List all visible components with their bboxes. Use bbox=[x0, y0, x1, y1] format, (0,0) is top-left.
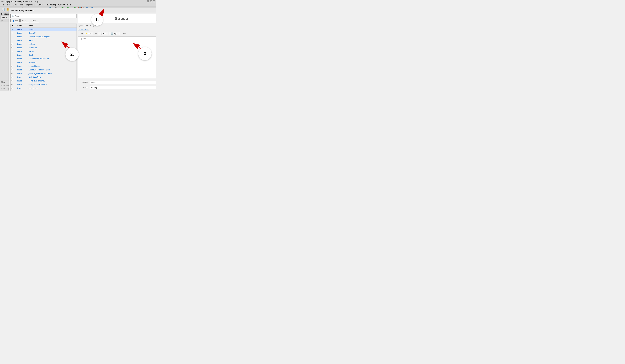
sync-button[interactable]: 🔄 Sync bbox=[109, 32, 120, 35]
me-label: Me bbox=[15, 20, 18, 22]
project-meta: by demos on 16 July 2018 bbox=[78, 24, 156, 27]
filter-button[interactable]: Filter... bbox=[30, 19, 39, 22]
table-row[interactable]: 2 demos SimpleRTT bbox=[11, 61, 76, 64]
visibility-dropdown[interactable]: Public ▼ bbox=[90, 81, 156, 84]
table-header: ★ Author Name bbox=[11, 24, 76, 28]
fork-button[interactable]: 🍴 Fork bbox=[98, 32, 108, 35]
search-input[interactable] bbox=[15, 15, 75, 17]
table-row[interactable]: 0 demos demo_eye_tracking2 bbox=[11, 79, 76, 83]
dialog-body: 🔍 👤 Me Sort... Filter... bbox=[9, 13, 156, 91]
search-dialog: Search for projects online ✕ 🔍 👤 Me bbox=[9, 8, 156, 91]
star-button[interactable]: ⭐ Star bbox=[84, 32, 94, 35]
sort-label: Sort... bbox=[22, 20, 27, 22]
row-author: demos bbox=[16, 28, 28, 31]
filter-row: 👤 Me Sort... Filter... bbox=[10, 19, 77, 22]
dialog-left-panel: 🔍 👤 Me Sort... Filter... bbox=[10, 14, 77, 91]
fork-icon: 🍴 bbox=[100, 32, 102, 34]
project-title-box: Stroop bbox=[78, 14, 156, 23]
project-desc-text: oop task. bbox=[79, 38, 87, 40]
table-row[interactable]: 0 demos NumericalStroop bbox=[11, 90, 76, 91]
table-row[interactable]: 1 demos Corsi bbox=[11, 53, 76, 57]
fork-count: 249 bbox=[94, 32, 97, 34]
fork-label: Fork bbox=[103, 32, 106, 34]
person-icon: 👤 bbox=[12, 20, 15, 22]
sort-button[interactable]: Sort... bbox=[20, 19, 29, 22]
me-button[interactable]: 👤 Me bbox=[10, 19, 20, 22]
table-row[interactable]: 0 demos jsPsych_SimpleReactionTime bbox=[11, 72, 76, 75]
table-row[interactable]: 3 demos Posner bbox=[11, 50, 76, 53]
row-name: stroop bbox=[28, 28, 76, 31]
visibility-row: Visibility: Public ▼ bbox=[78, 81, 156, 84]
dialog-title-bar: Search for projects online ✕ bbox=[9, 8, 156, 13]
table-row[interactable]: 0 demos labjs_stroop bbox=[11, 87, 76, 90]
table-row[interactable]: 3 demos blockedStroop bbox=[11, 64, 76, 68]
share-icon: ⬆ bbox=[78, 32, 80, 35]
project-table: ★ Author Name 14 demos stroop 9 bbox=[10, 24, 77, 91]
dialog-overlay: Search for projects online ✕ 🔍 👤 Me bbox=[0, 0, 156, 91]
sync-icon: 🔄 bbox=[111, 32, 113, 34]
table-row[interactable]: 5 demos BART bbox=[11, 39, 76, 42]
table-row[interactable]: 9 demos OpenIAT bbox=[11, 31, 76, 35]
project-link[interactable]: demos/stroop bbox=[78, 29, 89, 30]
table-row[interactable]: 0 demos Digit Span Task bbox=[11, 75, 76, 79]
col-name: Name bbox=[28, 24, 74, 27]
status-value: Running bbox=[91, 87, 97, 89]
dialog-title: Search for projects online bbox=[10, 9, 34, 12]
star-icon: ⭐ bbox=[86, 32, 88, 34]
status-dropdown[interactable]: Running ▼ bbox=[90, 86, 156, 89]
table-row[interactable]: 3 demos GlasgowFaceMatchingTask bbox=[11, 68, 76, 72]
project-byline: by demos on 16 July 2018 bbox=[78, 25, 99, 27]
table-row[interactable]: 5 demos textInput bbox=[11, 42, 76, 46]
project-date: 18 July bbox=[121, 33, 126, 34]
col-stars: ★ bbox=[11, 24, 16, 27]
table-body[interactable]: 14 demos stroop 9 demos OpenIAT 7 demos bbox=[11, 28, 76, 91]
filter-label: Filter... bbox=[32, 20, 37, 22]
table-row[interactable]: 14 demos stroop bbox=[11, 28, 76, 31]
status-row: Status: Running ▼ bbox=[78, 86, 156, 89]
table-row[interactable]: 0 demos stroopManualResources bbox=[11, 83, 76, 87]
col-author: Author bbox=[16, 24, 28, 27]
row-stars: 14 bbox=[11, 28, 16, 31]
dialog-right-panel: Stroop by demos on 16 July 2018 demos/st… bbox=[78, 14, 156, 91]
search-box[interactable]: 🔍 bbox=[10, 14, 77, 18]
visibility-label: Visibility: bbox=[78, 81, 89, 83]
star-label: Star bbox=[88, 32, 92, 34]
table-row[interactable]: 7 demos dynamic_selective_inspect bbox=[11, 35, 76, 39]
project-actions: ⬆ 24 ⭐ Star 249 🍴 Fork 🔄 Sync bbox=[78, 32, 156, 35]
search-icon: 🔍 bbox=[12, 15, 14, 17]
sync-label: Sync bbox=[114, 32, 118, 34]
star-count: 24 bbox=[81, 32, 83, 34]
table-row[interactable]: 9 demos choiceRTT bbox=[11, 46, 76, 50]
project-description: oop task. bbox=[78, 36, 156, 79]
project-link-row: demos/stroop bbox=[78, 28, 156, 30]
visibility-value: Public bbox=[91, 81, 95, 83]
project-title: Stroop bbox=[115, 16, 128, 21]
table-row[interactable]: 4 demos The Attention Network Task bbox=[11, 57, 76, 61]
status-label: Status: bbox=[78, 87, 89, 89]
